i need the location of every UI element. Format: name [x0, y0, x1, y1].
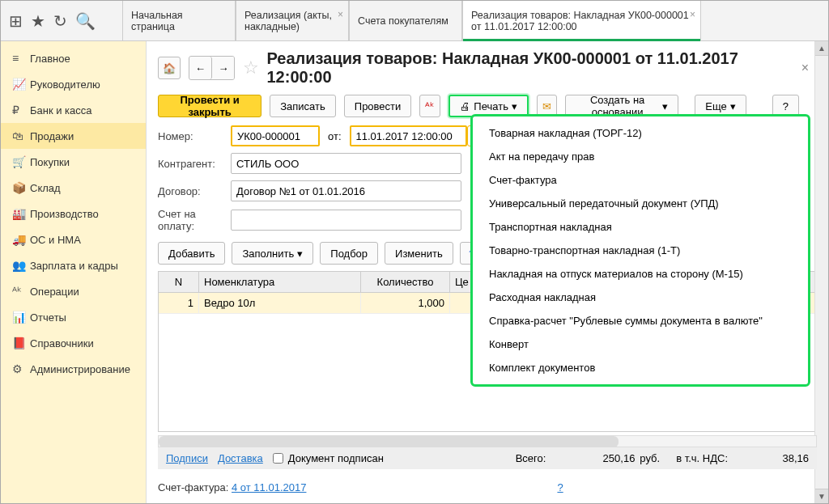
sidebar-label: Зарплата и кадры	[30, 260, 118, 272]
col-n[interactable]: N	[159, 272, 199, 292]
dktk-button[interactable]: ᴬᵏ	[419, 95, 440, 117]
print-set[interactable]: Комплект документов	[473, 356, 808, 379]
post-button[interactable]: Провести	[344, 95, 412, 117]
scroll-down-icon[interactable]: ▼	[815, 489, 828, 503]
favorite-icon[interactable]: ☆	[243, 57, 259, 78]
sidebar-item-manager[interactable]: 📈Руководителю	[1, 71, 146, 97]
cell-qty: 1,000	[361, 293, 450, 313]
tab-label: Счета покупателям	[358, 15, 453, 27]
sidebar-item-assets[interactable]: 🚚ОС и НМА	[1, 227, 146, 252]
history-icon[interactable]: ↻	[53, 11, 67, 31]
contract-label: Договор:	[158, 185, 231, 197]
date-input[interactable]	[350, 125, 467, 146]
print-transport[interactable]: Транспортная накладная	[473, 215, 808, 239]
sidebar-item-bank[interactable]: ₽Банк и касса	[1, 97, 146, 123]
print-upd[interactable]: Универсальный передаточный документ (УПД…	[473, 192, 808, 215]
bag-icon: 🛍	[12, 129, 30, 142]
signatures-link[interactable]: Подписи	[166, 452, 208, 464]
box-icon: 📦	[12, 181, 30, 194]
fill-dropdown[interactable]: Заполнить ▾	[232, 242, 313, 265]
sidebar: ≡Главное 📈Руководителю ₽Банк и касса 🛍Пр…	[1, 41, 147, 503]
sidebar-item-reports[interactable]: 📊Отчеты	[1, 304, 146, 330]
edit-button[interactable]: Изменить	[385, 242, 453, 265]
tab-realizations[interactable]: Реализация (акты, накладные)×	[236, 1, 349, 41]
sidebar-label: Склад	[30, 182, 61, 194]
total-label: Всего:	[516, 452, 546, 464]
contract-input[interactable]	[231, 180, 461, 201]
counterparty-input[interactable]	[231, 153, 461, 174]
sidebar-item-operations[interactable]: ᴬᵏОперации	[1, 278, 146, 304]
scroll-up-icon[interactable]: ▲	[815, 41, 828, 56]
close-icon[interactable]: ×	[690, 9, 695, 20]
sidebar-item-purchases[interactable]: 🛒Покупки	[1, 149, 146, 175]
sidebar-label: Производство	[30, 208, 99, 220]
sidebar-item-refs[interactable]: 📕Справочники	[1, 330, 146, 356]
sidebar-label: Продажи	[30, 130, 74, 142]
book-icon: 📕	[12, 337, 30, 349]
cart-icon: 🛒	[12, 155, 30, 168]
sidebar-item-hr[interactable]: 👥Зарплата и кадры	[1, 252, 146, 278]
date-label: от:	[328, 130, 342, 142]
report-icon: 📊	[12, 311, 30, 324]
add-row-button[interactable]: Добавить	[158, 242, 225, 265]
print-envelope[interactable]: Конверт	[473, 332, 808, 356]
close-icon[interactable]: ×	[338, 9, 343, 20]
factory-icon: 🏭	[12, 207, 30, 220]
vat-label: в т.ч. НДС:	[676, 452, 728, 464]
more-label: Еще	[705, 100, 726, 112]
number-input[interactable]	[231, 125, 320, 146]
col-qty[interactable]: Количество	[361, 272, 450, 292]
signed-checkbox[interactable]	[273, 453, 283, 464]
sidebar-item-sales[interactable]: 🛍Продажи	[1, 123, 146, 149]
col-item[interactable]: Номенклатура	[199, 272, 361, 292]
people-icon: 👥	[12, 259, 30, 272]
tab-invoices[interactable]: Счета покупателям	[349, 1, 462, 41]
search-icon[interactable]: 🔍	[75, 11, 96, 31]
print-ttn[interactable]: Товарно-транспортная накладная (1-Т)	[473, 239, 808, 262]
back-button[interactable]: ←	[189, 57, 212, 79]
tab-home[interactable]: Начальная страница	[122, 1, 236, 41]
apps-icon[interactable]: ⊞	[9, 11, 23, 31]
totals-bar: Подписи Доставка Документ подписан Всего…	[158, 447, 817, 469]
footer-help-link[interactable]: ?	[557, 481, 563, 493]
print-currency-note[interactable]: Справка-расчет "Рублевые суммы документа…	[473, 309, 808, 332]
vertical-scrollbar[interactable]: ▲ ▼	[814, 41, 828, 503]
tabs: Начальная страница Реализация (акты, нак…	[122, 1, 701, 41]
print-m15[interactable]: Накладная на отпуск материалов на сторон…	[473, 262, 808, 286]
sidebar-item-warehouse[interactable]: 📦Склад	[1, 175, 146, 201]
print-rights-act[interactable]: Акт на передачу прав	[473, 145, 808, 168]
sf-link[interactable]: 4 от 11.01.2017	[232, 481, 306, 493]
invoice-input[interactable]	[231, 210, 461, 231]
print-label: Печать	[474, 100, 508, 112]
post-and-close-button[interactable]: Провести и закрыть	[158, 95, 261, 117]
tab-label: Реализация товаров: Накладная УК00-00000…	[471, 10, 692, 32]
sidebar-label: Руководителю	[30, 78, 100, 91]
number-label: Номер:	[158, 130, 231, 142]
sidebar-item-production[interactable]: 🏭Производство	[1, 201, 146, 227]
tab-label: Начальная страница	[131, 10, 227, 32]
star-icon[interactable]: ★	[31, 11, 45, 31]
invoice-label: Счет на оплату:	[158, 208, 231, 232]
sidebar-label: Главное	[30, 53, 70, 65]
operations-icon: ᴬᵏ	[12, 285, 30, 298]
sidebar-item-admin[interactable]: ⚙Администрирование	[1, 356, 146, 382]
sidebar-item-main[interactable]: ≡Главное	[1, 45, 146, 71]
main: ▲ ▼ 🏠 ← → ☆ Реализация товаров: Накладна…	[147, 41, 828, 503]
cell-n: 1	[159, 293, 199, 313]
menu-icon: ≡	[12, 52, 30, 65]
cell-item: Ведро 10л	[199, 293, 361, 313]
signed-label: Документ подписан	[288, 452, 384, 464]
print-torg12[interactable]: Товарная накладная (ТОРГ-12)	[473, 121, 808, 145]
write-button[interactable]: Записать	[270, 95, 336, 117]
forward-button[interactable]: →	[212, 57, 235, 79]
home-button[interactable]: 🏠	[158, 57, 181, 79]
pick-button[interactable]: Подбор	[320, 242, 378, 265]
total-value: 250,16	[546, 452, 635, 464]
sidebar-label: Банк и касса	[30, 104, 92, 116]
sidebar-label: Справочники	[30, 337, 94, 349]
delivery-link[interactable]: Доставка	[218, 452, 263, 464]
tab-current-doc[interactable]: Реализация товаров: Накладная УК00-00000…	[462, 1, 701, 41]
sidebar-label: Операции	[30, 286, 79, 298]
print-expense[interactable]: Расходная накладная	[473, 286, 808, 309]
print-sf[interactable]: Счет-фактура	[473, 168, 808, 192]
